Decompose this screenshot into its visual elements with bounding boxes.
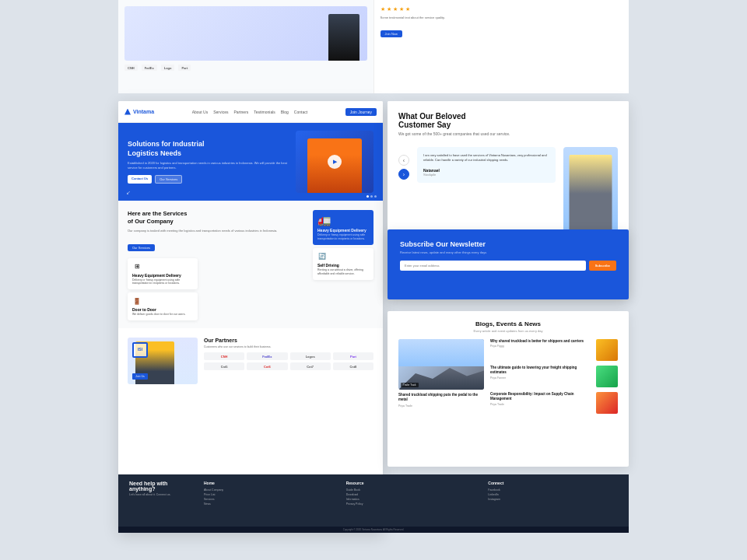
service-desc-2: We deliver goods door to door for our us… bbox=[132, 313, 193, 317]
nav-links: About Us Services Partners Testimonials … bbox=[192, 110, 307, 114]
testimonial-body: ‹ › I am very satisfied to have used the… bbox=[388, 141, 629, 239]
featured-name-1: Heavy Equipment Delivery bbox=[317, 228, 369, 233]
contact-btn[interactable]: Contact Us bbox=[128, 175, 152, 184]
star-icon: ★ bbox=[387, 6, 391, 12]
play-button[interactable]: ▶ bbox=[328, 155, 342, 169]
dot-3[interactable] bbox=[374, 195, 377, 198]
newsletter-subtitle: Receive latest news, update and many oth… bbox=[400, 250, 616, 254]
nav-blog[interactable]: Blog bbox=[281, 110, 289, 114]
footer-help-sub: Let's have all about it. Connect us. bbox=[129, 493, 191, 496]
footer-link-price[interactable]: Price List bbox=[204, 493, 334, 496]
top-partial-website: CNH FedEx Logo Part ★ ★ ★ ★ ★ Some testi… bbox=[118, 0, 629, 93]
testimonial-quote: I am very satisfied to have used the ser… bbox=[417, 147, 556, 183]
partners-title: Our Partners bbox=[204, 338, 374, 343]
partner-logo-5: Cnt5 bbox=[204, 362, 244, 370]
footer-link-guide[interactable]: Guide Book bbox=[346, 488, 476, 492]
partner-logo-7: Cnt7 bbox=[290, 362, 331, 370]
newsletter-title: Subscribe Our Newsletter bbox=[400, 240, 616, 248]
blog-author-3: Priya Trade bbox=[490, 403, 592, 406]
dot-1[interactable] bbox=[366, 195, 369, 198]
hero-buttons: Contact Us Our Services bbox=[128, 175, 296, 184]
footer-link-linkedin[interactable]: LinkedIn bbox=[488, 493, 618, 496]
blog-item-text-2: The ultimate guide to lowering your frei… bbox=[490, 366, 592, 380]
hero-description: Established in 2020 for logistics and tr… bbox=[128, 161, 296, 170]
blogs-title: Blogs, Events & News bbox=[398, 320, 618, 327]
nav-services[interactable]: Services bbox=[213, 110, 228, 114]
next-testimonial-btn[interactable]: › bbox=[398, 169, 409, 180]
newsletter-form: Subscribe bbox=[400, 261, 616, 271]
star-icon: ★ bbox=[405, 6, 410, 12]
footer-home-title: Home bbox=[204, 481, 334, 485]
service-name-4: Self Driving bbox=[317, 263, 369, 268]
footer-connect-title: Connect bbox=[488, 481, 618, 485]
partners-right: Our Partners Customers who use our servi… bbox=[204, 338, 374, 384]
footer-bottom: Copyright © 2020 Vintama Nusantara. All … bbox=[118, 527, 629, 533]
top-partial-left: CNH FedEx Logo Part bbox=[118, 0, 374, 93]
quote-text: I am very satisfied to have used the ser… bbox=[423, 153, 549, 163]
blogs-panel: Blogs, Events & News Every article and e… bbox=[388, 311, 629, 467]
nav-contact[interactable]: Contact bbox=[294, 110, 307, 114]
blog-image-tag: Trailer Truck bbox=[401, 383, 419, 387]
footer-link-about[interactable]: About Company bbox=[204, 488, 334, 492]
dot-2[interactable] bbox=[370, 195, 373, 198]
nav-partners[interactable]: Partners bbox=[233, 110, 248, 114]
footer-link-services[interactable]: Services bbox=[204, 498, 334, 501]
service-name-1: Heavy Equipment Delivery bbox=[132, 273, 193, 278]
partial-logo-2: FedEx bbox=[142, 65, 157, 71]
footer-link-download[interactable]: Download bbox=[346, 493, 476, 496]
service-card-1: ⊞ Heavy Equipment Delivery Delivery or h… bbox=[128, 258, 198, 290]
partner-logo-8: Cnt8 bbox=[333, 362, 374, 370]
blogs-layout: Trailer Truck Shared truckload shipping … bbox=[398, 339, 618, 414]
equipment-icon: ⊞ bbox=[132, 262, 142, 271]
star-icon: ★ bbox=[381, 6, 385, 12]
blog-featured-image: Trailer Truck bbox=[398, 339, 484, 390]
blog-author-2: Priya Farmer bbox=[490, 376, 592, 380]
star-icon: ★ bbox=[399, 6, 404, 12]
footer-link-info[interactable]: Informatics bbox=[346, 498, 476, 501]
partial-cta-btn[interactable]: Join Now bbox=[381, 30, 402, 37]
navbar: Vintama About Us Services Partners Testi… bbox=[118, 101, 383, 123]
services-cards-left: ⊞ Heavy Equipment Delivery Delivery or h… bbox=[128, 258, 198, 321]
quote-author-title: Stockpile bbox=[423, 173, 549, 177]
blog-featured-author: Priya Trade bbox=[398, 404, 484, 408]
blog-item-2: The ultimate guide to lowering your frei… bbox=[490, 366, 618, 387]
top-partial-right: ★ ★ ★ ★ ★ Some testimonial text about th… bbox=[374, 0, 630, 93]
blog-sky bbox=[398, 339, 484, 366]
blog-featured-title[interactable]: Shared truckload shipping puts the pedal… bbox=[398, 393, 484, 403]
driving-icon: 🔄 bbox=[317, 252, 327, 261]
prev-testimonial-btn[interactable]: ‹ bbox=[398, 155, 409, 166]
services-desc: Our company is tasked with meeting the l… bbox=[128, 229, 307, 233]
footer-link-instagram[interactable]: Instagram bbox=[488, 498, 618, 501]
brand-logo: Vintama bbox=[124, 109, 154, 115]
partner-logo-fedex: FedEx bbox=[247, 352, 287, 360]
footer-link-privacy[interactable]: Privacy Policy bbox=[346, 502, 476, 506]
hero-arrow: ↙ bbox=[126, 190, 131, 196]
nav-cta-btn[interactable]: Join Journey bbox=[345, 108, 377, 116]
blogs-subtitle: Every article and event updates from us … bbox=[398, 329, 618, 333]
partner-logo-4: Part bbox=[333, 352, 374, 360]
blog-item-text-3: Corporate Responsibility: Impact on Supp… bbox=[490, 392, 592, 406]
partial-logo-1: CNH bbox=[124, 65, 138, 71]
blog-title-2[interactable]: The ultimate guide to lowering your frei… bbox=[490, 366, 592, 376]
newsletter-email-input[interactable] bbox=[400, 261, 586, 271]
partners-cta-badge[interactable]: Join Us bbox=[132, 373, 148, 380]
footer-link-news[interactable]: News bbox=[204, 502, 334, 506]
blog-image-2 bbox=[596, 366, 618, 387]
services-btn[interactable]: Our Services bbox=[155, 175, 182, 184]
partial-desc: Some testimonial text about the service … bbox=[381, 16, 623, 19]
nav-about[interactable]: About Us bbox=[192, 110, 209, 114]
newsletter-subscribe-btn[interactable]: Subscribe bbox=[589, 261, 616, 271]
service-card-2: 🚪 Door to Door We deliver goods door to … bbox=[128, 292, 198, 320]
blog-title-3[interactable]: Corporate Responsibility: Impact on Supp… bbox=[490, 392, 592, 402]
logo-overlay: ISI bbox=[132, 342, 148, 358]
footer-col-resource: Resource Guide Book Download Informatics… bbox=[346, 481, 476, 523]
services-btn-main[interactable]: Our Services bbox=[128, 244, 155, 251]
nav-testimonials[interactable]: Testimonials bbox=[254, 110, 275, 114]
featured-desc-1: Delivery or heavy equipment using safe t… bbox=[317, 233, 369, 241]
blog-title-1[interactable]: Why shared truckload is better for shipp… bbox=[490, 339, 592, 344]
service-desc-1: Delivery or heavy equipment using safe t… bbox=[132, 278, 193, 286]
footer-link-facebook[interactable]: Facebook bbox=[488, 488, 618, 492]
partial-hero-image bbox=[124, 6, 367, 61]
blog-image-3 bbox=[596, 392, 618, 414]
logo-icon bbox=[124, 109, 131, 115]
